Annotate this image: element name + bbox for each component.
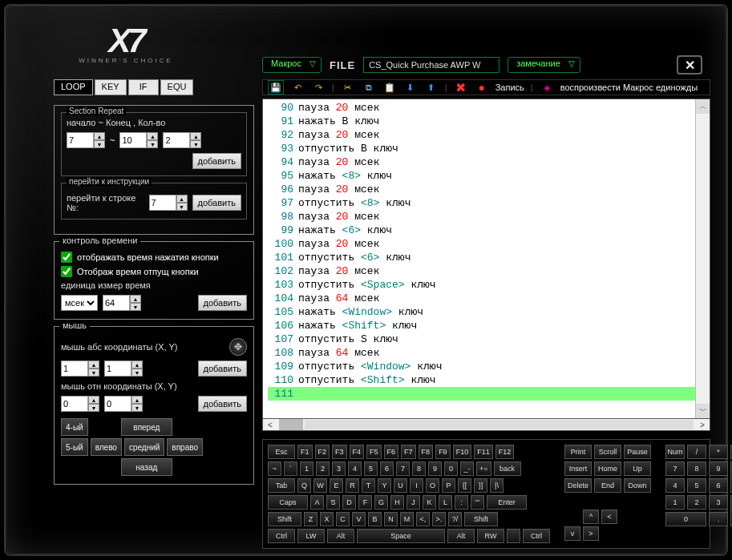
goto-add-button[interactable]: добавить [192,195,241,211]
key-l[interactable]: L [439,495,452,510]
key-caps[interactable]: Caps [268,495,308,510]
tab-loop[interactable]: LOOP [54,79,93,95]
key-f10[interactable]: F10 [453,445,472,459]
spin-down[interactable]: ▼ [147,140,158,148]
key-v[interactable]: v [564,526,580,541]
key-scroll[interactable]: Scroll [594,445,621,459]
scroll-down-icon[interactable]: ﹀ [696,404,710,418]
spin-up[interactable]: ▲ [176,195,188,203]
paste-icon[interactable]: 📋 [382,80,397,95]
key-shift[interactable]: Shift [464,512,498,526]
key-5[interactable]: 5 [364,461,378,476]
key-+=[interactable]: += [476,461,491,476]
show-press-time-checkbox[interactable] [61,252,72,263]
key-print[interactable]: Print [564,445,592,459]
key-back[interactable]: back [494,461,521,476]
tab-equ[interactable]: EQU [160,79,194,95]
spin-up[interactable]: ▲ [131,396,143,404]
key-3[interactable]: 3 [709,495,728,510]
repeat-add-button[interactable]: добавить [192,153,241,169]
delete-icon[interactable]: ✖ [454,80,468,95]
redo-icon[interactable]: ↷ [311,80,326,95]
key-t[interactable]: T [362,478,375,493]
key-o[interactable]: O [426,478,439,493]
unit-select[interactable]: мсек [61,295,98,311]
spin-up[interactable]: ▲ [88,361,99,369]
playback-icon[interactable]: ◈ [540,80,554,95]
key-`[interactable]: ` [284,461,297,476]
key-.[interactable]: . [709,512,728,526]
key-alt[interactable]: Alt [327,529,354,543]
key-p[interactable]: P [442,478,455,493]
key-s[interactable]: S [326,495,340,510]
key-f5[interactable]: F5 [366,445,382,459]
key-f1[interactable]: F1 [297,445,313,459]
key-lw[interactable]: LW [297,529,325,543]
key-1[interactable]: 1 [665,495,685,510]
key-g[interactable]: G [374,495,388,510]
spin-down[interactable]: ▼ [88,404,99,412]
key-/[interactable]: / [687,445,706,459]
key-enter[interactable]: Enter [487,495,527,510]
tab-key[interactable]: KEY [95,79,127,95]
key-f12[interactable]: F12 [495,445,515,459]
key-f7[interactable]: F7 [401,445,416,459]
file-name-input[interactable] [363,57,499,73]
mouse-btn-4[interactable]: 4-ый [61,418,88,436]
key-f2[interactable]: F2 [315,445,330,459]
tab-if[interactable]: IF [128,79,159,95]
show-release-time-checkbox[interactable] [61,266,72,277]
abs-y-input[interactable] [104,361,131,377]
key-f4[interactable]: F4 [350,445,365,459]
goto-line-input[interactable] [149,195,176,211]
repeat-start-input[interactable] [67,132,94,148]
key-b[interactable]: B [368,512,382,526]
key-m[interactable]: M [400,512,414,526]
key-shift[interactable]: Shift [268,512,301,526]
key-{[[interactable]: {[ [458,478,471,493]
key-5[interactable]: 5 [687,478,706,493]
key-u[interactable]: U [394,478,407,493]
abs-x-input[interactable] [61,361,88,377]
key-x[interactable]: X [320,512,334,526]
scroll-left-icon[interactable]: < [263,421,277,429]
macro-dropdown[interactable]: Макрос [262,57,322,73]
key-c[interactable]: C [336,512,350,526]
key-up[interactable]: Up [624,461,651,476]
hscroll-track[interactable] [305,420,694,429]
spin-up[interactable]: ▲ [190,132,201,140]
key-7[interactable]: 7 [396,461,410,476]
key-8[interactable]: 8 [687,461,706,476]
key-a[interactable]: A [310,495,324,510]
key-f6[interactable]: F6 [384,445,399,459]
key-:[interactable]: : [455,495,468,510]
key-f[interactable]: F [358,495,372,510]
key-num[interactable]: Num [665,445,685,459]
key-_-[interactable]: _- [460,461,474,476]
spin-up[interactable]: ▲ [94,132,105,140]
repeat-end-input[interactable] [119,132,147,148]
key-4[interactable]: 4 [665,478,685,493]
key-w[interactable]: W [313,478,327,493]
horizontal-scrollbar[interactable]: < > [262,419,710,431]
spin-up[interactable]: ▲ [130,295,141,303]
spin-up[interactable]: ▲ [131,361,143,369]
key-f9[interactable]: F9 [435,445,451,459]
spin-down[interactable]: ▼ [190,140,201,148]
key-rw[interactable]: RW [477,529,504,543]
key-6[interactable]: 6 [380,461,394,476]
key-*[interactable]: * [709,445,728,459]
key-~[interactable]: ~ [268,461,281,476]
remark-dropdown[interactable]: замечание [508,57,580,73]
rel-x-input[interactable] [61,396,88,412]
spin-down[interactable]: ▼ [176,203,188,211]
key->[interactable]: > [583,526,599,541]
close-icon[interactable]: ✕ [677,55,702,75]
spin-down[interactable]: ▼ [131,404,143,412]
key-y[interactable]: Y [378,478,391,493]
spin-down[interactable]: ▼ [88,369,99,377]
key-}][interactable]: }] [474,478,487,493]
key-f11[interactable]: F11 [474,445,493,459]
unit-value-input[interactable] [103,295,130,311]
key-down[interactable]: Down [624,478,651,493]
